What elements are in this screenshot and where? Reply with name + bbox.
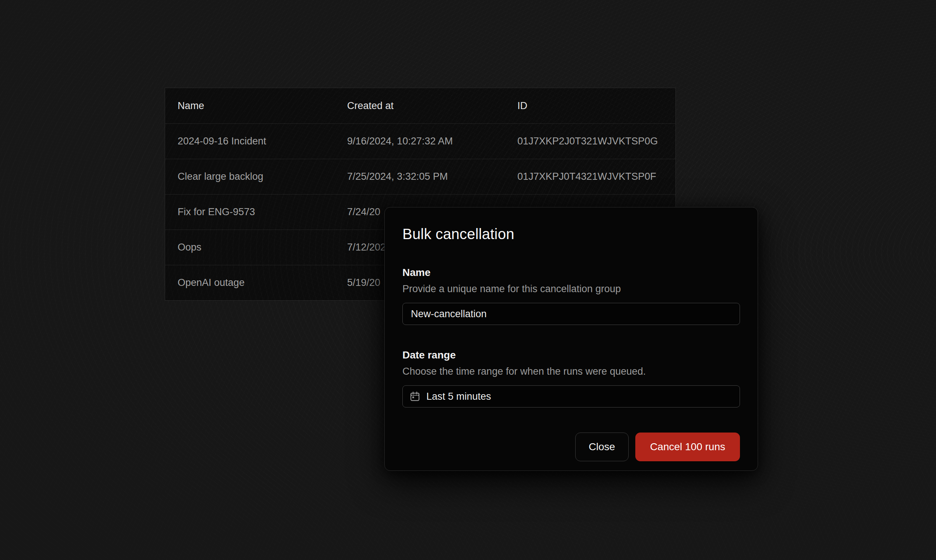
date-range-field-description: Choose the time range for when the runs … [402,366,740,377]
cell-created-at: 7/25/2024, 3:32:05 PM [347,171,517,182]
cell-name: Clear large backlog [178,171,347,182]
cell-name: OpenAI outage [178,277,347,288]
date-range-value: Last 5 minutes [426,391,491,402]
table-row[interactable]: Clear large backlog 7/25/2024, 3:32:05 P… [165,159,676,194]
table-header-row: Name Created at ID [165,88,676,123]
bulk-cancellation-modal: Bulk cancellation Name Provide a unique … [384,207,758,471]
cell-created-at: 9/16/2024, 10:27:32 AM [347,135,517,147]
column-header-name: Name [178,100,347,112]
name-input[interactable] [402,303,740,325]
cell-id: 01J7XKPJ0T4321WJVKTSP0F [517,171,676,182]
name-field-description: Provide a unique name for this cancellat… [402,283,740,295]
cell-name: Oops [178,242,347,253]
name-field-label: Name [402,267,740,278]
cancel-runs-button[interactable]: Cancel 100 runs [635,432,740,461]
table-row[interactable]: 2024-09-16 Incident 9/16/2024, 10:27:32 … [165,123,676,159]
calendar-icon [410,391,420,402]
modal-title: Bulk cancellation [402,226,740,242]
cell-name: 2024-09-16 Incident [178,135,347,147]
close-button[interactable]: Close [575,432,629,461]
date-range-field-label: Date range [402,349,740,361]
date-range-picker[interactable]: Last 5 minutes [402,385,740,408]
modal-actions: Close Cancel 100 runs [402,432,740,461]
cell-name: Fix for ENG-9573 [178,206,347,218]
column-header-id: ID [517,100,676,112]
column-header-created-at: Created at [347,100,517,112]
cell-id: 01J7XKP2J0T321WJVKTSP0G [517,135,676,147]
page-background: Name Created at ID 2024-09-16 Incident 9… [0,0,936,560]
